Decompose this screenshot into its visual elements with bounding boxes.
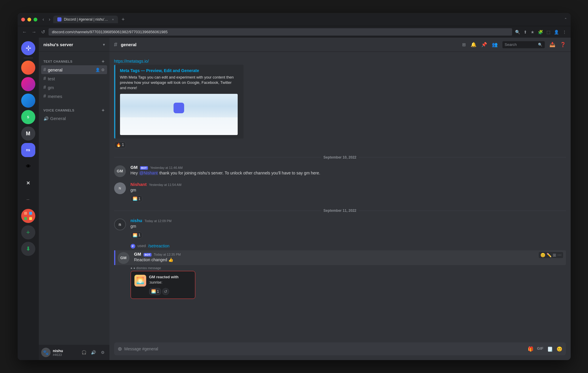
nishant-reaction[interactable]: 🌅 1	[131, 195, 143, 202]
server-name: nishu's server	[44, 42, 73, 47]
user-info: nishu #4633	[53, 349, 78, 357]
search-box[interactable]: Search 🔍	[502, 41, 545, 48]
nishu-author: nishu	[131, 218, 142, 223]
channel-test-label: test	[48, 76, 55, 81]
add-channel-button[interactable]: +	[102, 59, 105, 64]
sidebar-item-test[interactable]: # test	[41, 74, 107, 83]
chat-channel-name: general	[121, 42, 136, 47]
messages-area[interactable]: https://metatags.io/ Meta Tags — Preview…	[109, 52, 571, 342]
sidebar-toggle-icon[interactable]: ⬚	[546, 29, 551, 35]
tooltip-reaction[interactable]: 🌅 1	[149, 288, 161, 295]
message-input[interactable]	[124, 347, 525, 351]
maximize-button[interactable]	[34, 18, 37, 21]
members-icon[interactable]: 👥	[492, 42, 498, 47]
x-icon: ✕	[26, 180, 30, 186]
user-settings-button[interactable]: ⚙	[99, 348, 107, 357]
minimize-button[interactable]	[27, 18, 31, 21]
new-tab-button[interactable]: +	[119, 16, 127, 23]
sidebar-item-general[interactable]: # general 👤 ⚙	[41, 65, 107, 74]
sidebar-item-grid-server[interactable]	[21, 209, 35, 223]
addr-refresh-button[interactable]: ↺	[40, 29, 46, 35]
voice-channels-category[interactable]: VOICE CHANNELS +	[41, 103, 107, 114]
date-line-right	[359, 157, 566, 157]
nishu-reaction[interactable]: 🌅 1	[131, 232, 143, 239]
gift-icon[interactable]: 🎁	[528, 346, 534, 352]
address-input[interactable]	[49, 28, 512, 36]
message-input-box: ⊕ 🎁 GIF 🗒️ 😊	[114, 342, 566, 355]
zoom-icon[interactable]: 🔍	[514, 29, 521, 35]
tab-close-button[interactable]: ×	[112, 18, 114, 21]
server-header[interactable]: nishu's server ▾	[39, 38, 109, 52]
sidebar-item-add-server[interactable]: +	[21, 225, 35, 239]
addr-forward-button[interactable]: →	[31, 29, 38, 35]
gif-icon[interactable]: GIF	[537, 346, 544, 352]
menu-icon[interactable]: ⋮	[562, 29, 567, 35]
help-icon[interactable]: ❓	[560, 42, 566, 47]
sticker-icon[interactable]: 🗒️	[547, 346, 553, 352]
edit-button[interactable]: ✏️	[547, 253, 552, 257]
attach-file-button[interactable]: ⊕	[118, 346, 122, 352]
embed-mock-image	[120, 94, 238, 135]
date-line-right-2	[359, 211, 566, 211]
tab-title: Discord | #general | nishu's se	[64, 17, 110, 21]
tab-favicon	[57, 17, 61, 21]
emoji-react-button[interactable]: 😊	[540, 253, 545, 257]
forward-button[interactable]: ›	[47, 16, 52, 23]
add-voice-channel-button[interactable]: +	[102, 108, 105, 113]
pin-icon[interactable]: 📌	[481, 42, 487, 47]
sun-emoji-2: 🌅	[133, 233, 137, 237]
settings-icon[interactable]: ⚙	[101, 68, 105, 72]
text-channels-category[interactable]: TEXT CHANNELS +	[41, 54, 107, 65]
message-gm-reaction: GM GM BOT Today at 12:35 PM Reaction cha…	[114, 250, 566, 265]
mute-button[interactable]: 🎧	[80, 348, 88, 357]
date-separator-1: September 10, 2022	[114, 155, 566, 159]
sidebar-item-eye-server[interactable]: 👁	[21, 159, 35, 174]
sidebar-item-server-2[interactable]	[21, 77, 35, 91]
sidebar-item-gm[interactable]: # gm	[41, 83, 107, 92]
thread-icon[interactable]: ⊞	[462, 42, 466, 47]
channel-general-label: general	[48, 67, 62, 72]
sidebar-item-memes[interactable]: # memes	[41, 92, 107, 101]
share-icon[interactable]: ⬆	[523, 29, 528, 35]
sidebar-item-server-3[interactable]	[21, 94, 35, 108]
app-window: ‹ › Discord | #general | nishu's se × + …	[18, 13, 571, 360]
extension-icon[interactable]: 🧩	[537, 29, 544, 35]
sidebar-item-server-m[interactable]: M	[21, 126, 35, 141]
close-button[interactable]	[21, 18, 25, 21]
add-reaction-button[interactable]: ↺	[162, 288, 169, 295]
message-gm-bot: GM GM BOT Yesterday at 11:46 AM Hey @Nis…	[114, 164, 566, 178]
embed-reaction[interactable]: 🔥 1	[114, 141, 126, 148]
sidebar-item-dots-server[interactable]: ···	[21, 192, 35, 207]
sidebar-item-server-1[interactable]	[21, 61, 35, 75]
inbox-icon[interactable]: 📥	[549, 42, 555, 47]
sidebar-item-nishu-server[interactable]: ns	[21, 143, 35, 157]
sidebar-item-voice-general[interactable]: 🔊 General	[41, 114, 107, 123]
browser-tab[interactable]: Discord | #general | nishu's se ×	[53, 16, 118, 23]
mute-channel-icon[interactable]: 🔔	[471, 42, 477, 47]
tooltip-container: ● ● dismiss message 🌅 GM reacted with :s…	[131, 266, 566, 270]
tooltip-trigger-label: ● ● dismiss message	[131, 266, 566, 270]
nishu-server-label: ns	[26, 148, 30, 152]
addr-back-button[interactable]: ←	[21, 29, 28, 35]
link-preview: https://metatags.io/ Meta Tags — Preview…	[114, 59, 566, 148]
sidebar-item-discover-servers[interactable]: ⬇	[21, 242, 35, 256]
nishant-reaction-count: 1	[139, 197, 141, 201]
sidebar-item-x-server[interactable]: ✕	[21, 176, 35, 190]
sidebar-item-server-4[interactable]: S	[21, 110, 35, 124]
emoji-icon[interactable]: 😊	[557, 346, 562, 352]
deafen-button[interactable]: 🔊	[89, 348, 98, 357]
add-reaction-board-button[interactable]: ⊞	[553, 253, 556, 257]
link-url[interactable]: https://metatags.io/	[114, 59, 566, 64]
more-options-button[interactable]: ⋯	[557, 253, 562, 257]
profile-icon[interactable]: 👤	[553, 29, 559, 35]
message-nishu: n nishu Today at 12:09 PM gm 🌅 1	[114, 217, 566, 239]
hash-icon-test: #	[44, 76, 46, 81]
tooltip-popup: 🌅 GM reacted with :sunrise: 🌅 1	[131, 271, 195, 299]
tooltip-text: GM reacted with :sunrise: 🌅 1 ↺	[149, 275, 191, 295]
tooltip-reaction-count: 1	[157, 289, 159, 294]
bookmark-icon[interactable]: ★	[530, 29, 535, 35]
back-button[interactable]: ‹	[41, 16, 46, 23]
user-icon[interactable]: 👤	[95, 68, 100, 72]
sidebar-item-discord-home[interactable]: ⊹	[21, 41, 35, 55]
date-line-left-2	[114, 211, 321, 211]
